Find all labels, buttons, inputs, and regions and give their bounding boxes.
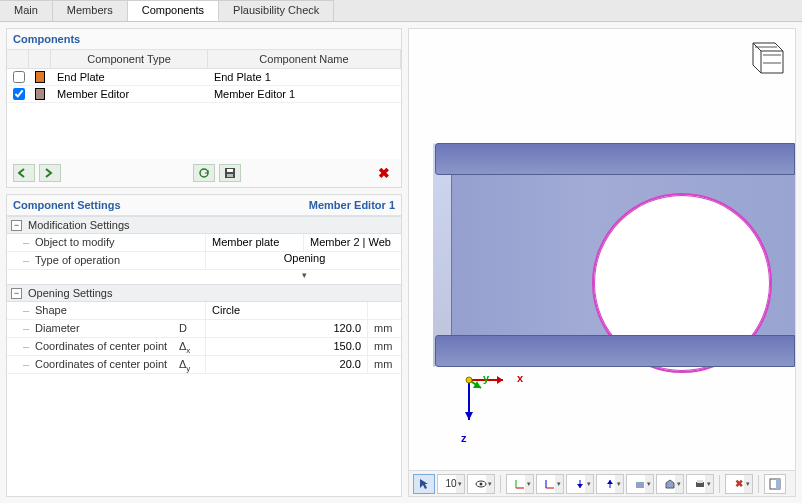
pointer-tool-button[interactable] <box>413 474 435 494</box>
row-checkbox[interactable] <box>13 88 25 100</box>
components-table: Component Type Component Name End Plate … <box>7 50 401 103</box>
view-scale-button[interactable]: 10 <box>437 474 465 494</box>
prop-object-to-modify[interactable]: Object to modify Member plate Member 2 |… <box>7 234 401 252</box>
axes-neg-z-button[interactable] <box>566 474 594 494</box>
row-type: Member Editor <box>51 86 208 102</box>
row-color-icon <box>35 88 45 100</box>
svg-rect-28 <box>697 480 703 483</box>
tab-bar: Main Members Components Plausibility Che… <box>0 0 802 22</box>
group-opening-settings[interactable]: − Opening Settings <box>7 284 401 302</box>
right-arrow-button[interactable] <box>39 164 61 182</box>
table-row[interactable]: Member Editor Member Editor 1 <box>7 86 401 103</box>
svg-marker-13 <box>465 412 473 420</box>
beam-flange-bottom <box>435 335 795 367</box>
view-visibility-button[interactable] <box>467 474 495 494</box>
beam-web <box>451 171 795 339</box>
components-header-row: Component Type Component Name <box>7 50 401 69</box>
tab-plausibility[interactable]: Plausibility Check <box>219 0 334 21</box>
camera-back-button[interactable] <box>626 474 654 494</box>
svg-rect-30 <box>776 479 780 489</box>
left-arrow-button[interactable] <box>13 164 35 182</box>
viewport-panel: x y z 10 ✖ <box>408 28 796 497</box>
tab-main[interactable]: Main <box>0 0 53 21</box>
components-header-type: Component Type <box>51 50 208 68</box>
axis-z-label: z <box>461 432 467 444</box>
tab-components[interactable]: Components <box>128 0 219 21</box>
svg-marker-26 <box>666 480 674 488</box>
settings-right-label: Member Editor 1 <box>309 199 395 211</box>
beam-graphic <box>435 143 795 367</box>
camera-iso-button[interactable] <box>656 474 684 494</box>
cancel-view-button[interactable]: ✖ <box>725 474 753 494</box>
row-checkbox[interactable] <box>13 71 25 83</box>
components-toolbar: ✖ <box>7 159 401 187</box>
left-column: Components Component Type Component Name… <box>0 22 408 503</box>
save-button[interactable] <box>219 164 241 182</box>
settings-panel: Component Settings Member Editor 1 − Mod… <box>6 194 402 497</box>
axes-xz-button[interactable] <box>536 474 564 494</box>
row-color-icon <box>35 71 45 83</box>
components-header-name: Component Name <box>208 50 401 68</box>
row-name: End Plate 1 <box>208 69 401 85</box>
axes-xy-button[interactable] <box>506 474 534 494</box>
row-name: Member Editor 1 <box>208 86 401 102</box>
settings-panel-title: Component Settings Member Editor 1 <box>7 195 401 216</box>
refresh-button[interactable] <box>193 164 215 182</box>
svg-rect-25 <box>636 482 644 488</box>
svg-marker-24 <box>607 480 613 484</box>
prop-type-of-operation[interactable]: Type of operation Opening ▾ <box>7 252 401 270</box>
axis-gizmo-icon: x y z <box>449 366 519 436</box>
delete-button[interactable]: ✖ <box>373 164 395 182</box>
components-panel: Components Component Type Component Name… <box>6 28 402 188</box>
prop-diameter[interactable]: Diameter D 120.0 mm <box>7 320 401 338</box>
svg-marker-22 <box>577 484 583 488</box>
view-cube-icon[interactable] <box>741 37 787 83</box>
viewport-toolbar: 10 ✖ <box>409 470 795 496</box>
beam-flange-top <box>435 143 795 175</box>
svg-rect-2 <box>227 169 233 172</box>
prop-shape[interactable]: Shape Circle <box>7 302 401 320</box>
table-row[interactable]: End Plate End Plate 1 <box>7 69 401 86</box>
side-panel-button[interactable] <box>764 474 786 494</box>
svg-point-16 <box>480 482 483 485</box>
print-button[interactable] <box>686 474 714 494</box>
svg-point-14 <box>466 377 472 383</box>
group-modification-settings[interactable]: − Modification Settings <box>7 216 401 234</box>
prop-center-x[interactable]: Coordinates of center point Δx 150.0 mm <box>7 338 401 356</box>
collapse-icon[interactable]: − <box>11 220 22 231</box>
row-type: End Plate <box>51 69 208 85</box>
svg-marker-9 <box>497 376 503 384</box>
operation-select[interactable]: Opening ▾ <box>205 252 401 269</box>
chevron-down-icon: ▾ <box>302 270 307 280</box>
axis-x-label: x <box>517 372 523 384</box>
svg-rect-3 <box>227 174 233 177</box>
property-grid: − Modification Settings Object to modify… <box>7 216 401 374</box>
prop-center-y[interactable]: Coordinates of center point Δy 20.0 mm <box>7 356 401 374</box>
axis-y-label: y <box>483 372 489 384</box>
components-panel-title: Components <box>7 29 401 50</box>
tab-members[interactable]: Members <box>53 0 128 21</box>
3d-viewport[interactable]: x y z <box>409 29 795 470</box>
axes-pos-z-button[interactable] <box>596 474 624 494</box>
collapse-icon[interactable]: − <box>11 288 22 299</box>
